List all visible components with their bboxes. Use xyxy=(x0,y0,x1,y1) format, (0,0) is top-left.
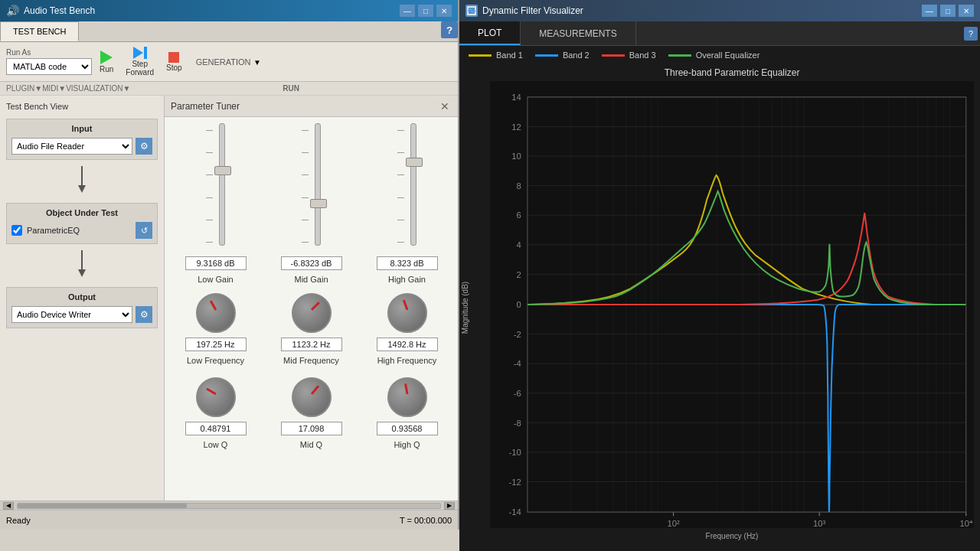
mid-frequency-value: 1123.2 Hz xyxy=(281,337,342,351)
measurements-tab[interactable]: MEASUREMENTS xyxy=(521,21,635,45)
frequency-knobs-row: 197.25 Hz Low Frequency 1123.2 Hz Mid Fr… xyxy=(165,287,458,371)
step-forward-button[interactable]: StepForward xyxy=(121,45,158,78)
output-select[interactable]: Audio Device Writer Audio File Writer xyxy=(11,306,132,323)
output-title: Output xyxy=(11,292,152,302)
viz-help-button[interactable]: ? xyxy=(962,21,980,45)
close-button[interactable]: ✕ xyxy=(436,5,452,17)
mid-frequency-knob[interactable] xyxy=(292,293,332,333)
horizontal-scrollbar: ◀ ▶ xyxy=(0,500,458,510)
plugin-section-label: PLUGIN xyxy=(6,84,34,93)
filter-icon xyxy=(466,5,478,17)
help-button[interactable]: ? xyxy=(441,21,458,38)
low-gain-slider-track[interactable] xyxy=(219,123,225,246)
mid-frequency-control: 1123.2 Hz Mid Frequency xyxy=(278,290,345,368)
frequency-chart: .grid-line { stroke: #333; stroke-width:… xyxy=(490,81,974,528)
svg-text:-6: -6 xyxy=(514,389,521,398)
parametriceq-label: ParametricEQ xyxy=(27,226,80,235)
object-reload-button[interactable]: ↺ xyxy=(136,222,152,239)
high-gain-slider-track[interactable] xyxy=(410,123,416,246)
high-frequency-value: 1492.8 Hz xyxy=(377,337,438,351)
stop-icon xyxy=(168,52,179,63)
high-gain-control: — — — — — — 8.323 dB xyxy=(377,123,438,284)
high-q-label: High Q xyxy=(394,440,420,449)
mid-q-knob[interactable] xyxy=(292,377,332,417)
high-gain-label: High Gain xyxy=(388,275,426,284)
low-gain-slider-area: — — — — — — xyxy=(206,123,225,253)
run-as-select[interactable]: MATLAB code Generated Code xyxy=(6,58,92,75)
svg-text:6: 6 xyxy=(517,210,521,220)
sliders-row: — — — — — — 9.3168 dB xyxy=(165,117,458,287)
legend-band2: Band 2 xyxy=(535,51,590,60)
svg-marker-1 xyxy=(78,185,86,193)
input-select[interactable]: Audio File Reader Audio Device Reader xyxy=(11,138,132,155)
band1-label: Band 1 xyxy=(496,51,523,60)
run-label: Run xyxy=(100,65,113,73)
right-close-button[interactable]: ✕ xyxy=(959,5,974,17)
generation-label: GENERATION ▼ xyxy=(196,57,261,67)
input-dropdown: Audio File Reader Audio Device Reader ⚙ xyxy=(11,138,152,155)
content-area: Test Bench View Input Audio File Reader … xyxy=(0,96,458,500)
mid-gain-slider-area: — — — — — — xyxy=(302,123,321,253)
object-under-test-title: Object Under Test xyxy=(11,208,152,217)
high-freq-indicator xyxy=(402,299,408,310)
low-q-label: Low Q xyxy=(204,440,228,449)
x-axis-label: Frequency (Hz) xyxy=(490,532,974,540)
svg-text:8: 8 xyxy=(517,181,521,191)
legend-band3: Band 3 xyxy=(602,51,656,60)
time-display: T = 00:00.000 xyxy=(400,516,452,525)
scroll-thumb[interactable] xyxy=(18,504,187,508)
mid-gain-slider-track[interactable] xyxy=(315,123,321,246)
low-gain-label: Low Gain xyxy=(198,275,233,284)
low-q-knob[interactable] xyxy=(196,377,236,417)
svg-text:14: 14 xyxy=(511,93,521,102)
scroll-right-button[interactable]: ▶ xyxy=(444,502,455,510)
low-frequency-knob[interactable] xyxy=(196,293,236,333)
right-minimize-button[interactable]: — xyxy=(922,5,937,17)
high-frequency-knob[interactable] xyxy=(387,293,427,333)
input-title: Input xyxy=(11,124,152,133)
section-labels-bar: PLUGIN ▼ MIDI ▼ VISUALIZATION ▼ RUN xyxy=(0,82,458,96)
output-dropdown: Audio Device Writer Audio File Writer ⚙ xyxy=(11,306,152,323)
test-bench-tab[interactable]: TEST BENCH xyxy=(0,21,79,41)
low-frequency-label: Low Frequency xyxy=(187,356,244,365)
low-freq-indicator xyxy=(209,300,217,311)
output-section: Output Audio Device Writer Audio File Wr… xyxy=(6,287,158,328)
band3-line xyxy=(602,54,625,57)
high-gain-slider-area: — — — — — — xyxy=(397,123,416,253)
parametriceq-checkbox[interactable] xyxy=(11,225,22,236)
scroll-left-button[interactable]: ◀ xyxy=(3,502,14,510)
high-q-knob[interactable] xyxy=(387,377,427,417)
svg-text:-14: -14 xyxy=(509,507,521,517)
stop-button[interactable]: Stop xyxy=(162,51,187,73)
right-maximize-button[interactable]: □ xyxy=(940,5,956,17)
plugin-chevron: ▼ xyxy=(34,84,42,93)
input-section: Input Audio File Reader Audio Device Rea… xyxy=(6,119,158,160)
svg-text:-12: -12 xyxy=(509,478,521,487)
param-tuner-close-button[interactable]: ✕ xyxy=(438,99,452,113)
run-button[interactable]: Run xyxy=(95,49,118,75)
mid-frequency-label: Mid Frequency xyxy=(283,356,339,365)
stop-label: Stop xyxy=(166,64,182,72)
low-gain-slider-thumb[interactable] xyxy=(214,166,231,175)
maximize-button[interactable]: □ xyxy=(418,5,433,17)
minimize-button[interactable]: — xyxy=(400,5,415,17)
input-settings-button[interactable]: ⚙ xyxy=(136,138,152,155)
mid-gain-ticks-left: — — — — — — xyxy=(302,123,309,246)
visualization-chevron: ▼ xyxy=(122,84,130,93)
output-settings-button[interactable]: ⚙ xyxy=(136,306,152,323)
band1-line xyxy=(469,54,492,57)
low-q-value: 0.48791 xyxy=(185,422,247,435)
scroll-track[interactable] xyxy=(17,503,441,509)
mid-gain-slider-thumb[interactable] xyxy=(310,199,327,208)
svg-text:0: 0 xyxy=(517,300,521,309)
object-under-test-section: Object Under Test ParametricEQ ↺ xyxy=(6,203,158,244)
generation-chevron: ▼ xyxy=(253,58,261,67)
midi-chevron: ▼ xyxy=(58,84,66,93)
mid-freq-indicator xyxy=(310,302,319,311)
high-gain-slider-thumb[interactable] xyxy=(406,158,423,167)
mid-q-label: Mid Q xyxy=(300,440,322,449)
plot-tab[interactable]: PLOT xyxy=(459,21,521,45)
run-section: Run As MATLAB code Generated Code Run St… xyxy=(0,42,458,82)
test-bench-view: Test Bench View Input Audio File Reader … xyxy=(0,96,165,500)
mid-q-indicator xyxy=(310,385,318,395)
